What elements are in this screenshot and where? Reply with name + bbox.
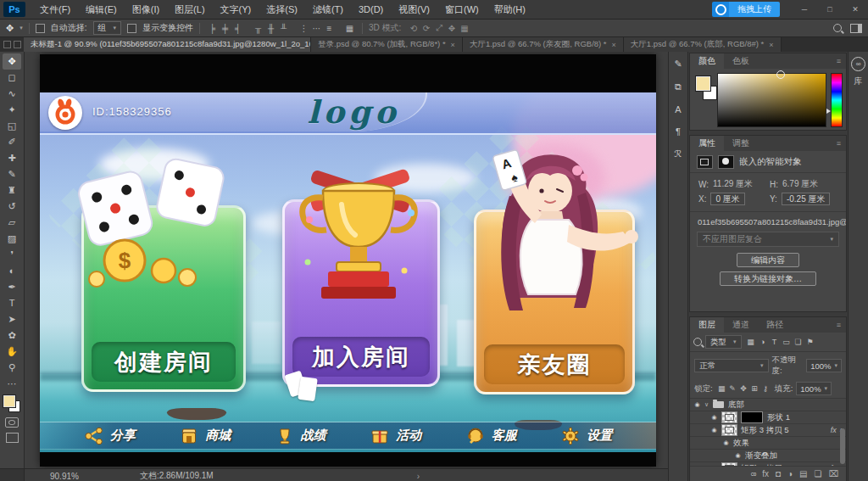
- align-icon[interactable]: ≡: [323, 24, 336, 33]
- align-icon[interactable]: ╡: [231, 24, 244, 33]
- layer-filter-icon[interactable]: T: [769, 338, 781, 346]
- lock-icon[interactable]: ✥: [738, 384, 749, 393]
- panel-tab[interactable]: 颜色: [690, 53, 724, 69]
- opacity-value[interactable]: 100% ▾: [806, 359, 842, 372]
- layers-action-icon[interactable]: ◘: [776, 469, 781, 478]
- convert-to-linked-button[interactable]: 转换为链接对象…: [720, 271, 816, 286]
- layers-action-icon[interactable]: fx: [762, 469, 769, 478]
- layers-action-icon[interactable]: ◑: [787, 469, 793, 478]
- tool-button[interactable]: ✋: [3, 344, 21, 360]
- tool-button[interactable]: ⋯: [3, 376, 21, 392]
- zoom-level[interactable]: 90.91%: [50, 472, 79, 481]
- layer-thumbnail[interactable]: [721, 462, 737, 466]
- document-tab[interactable]: 未标题-1 @ 90.9% (011ef35b695507a801215c8fa…: [24, 37, 311, 52]
- edit-content-button[interactable]: 编辑内容: [737, 253, 799, 267]
- document-tab[interactable]: 登录.psd @ 80.7% (加载, RGB/8*) * ×: [311, 37, 463, 52]
- panel-tab[interactable]: 调整: [724, 136, 758, 151]
- tool-button[interactable]: ▨: [3, 231, 21, 247]
- panel-tab[interactable]: 色板: [724, 53, 758, 69]
- visibility-eye-icon[interactable]: ◉: [707, 414, 721, 421]
- saturation-field[interactable]: [717, 73, 826, 127]
- status-expand-icon[interactable]: ›: [417, 472, 420, 481]
- menu-item[interactable]: 图像(I): [125, 0, 167, 19]
- menu-item[interactable]: 窗口(W): [437, 0, 487, 19]
- panel-tab[interactable]: 图层: [690, 317, 724, 333]
- tool-button[interactable]: ✎: [3, 166, 21, 182]
- blend-mode-dropdown[interactable]: 正常 ▾: [694, 359, 769, 372]
- layer-thumbnail[interactable]: [721, 424, 737, 436]
- libraries-tab[interactable]: 库: [854, 76, 863, 87]
- layers-action-icon[interactable]: 8: [749, 472, 758, 476]
- tab-close-icon[interactable]: ×: [612, 41, 616, 49]
- collapsed-panel-icon[interactable]: ¶: [676, 126, 681, 137]
- tool-preset-caret[interactable]: ▾: [19, 25, 23, 31]
- mode-3d-icon[interactable]: ⤢: [432, 23, 445, 33]
- shape-color-thumbnail[interactable]: [741, 411, 763, 423]
- height-value[interactable]: 6.79 厘米: [782, 178, 818, 190]
- color-swatches[interactable]: [3, 394, 21, 413]
- foreground-color-swatch[interactable]: [3, 395, 15, 407]
- hue-slider[interactable]: [831, 73, 843, 127]
- layers-action-icon[interactable]: ❏: [815, 469, 822, 478]
- layer-comp-dropdown[interactable]: 不应用图层复合 ▾: [697, 232, 839, 247]
- align-icon[interactable]: ╥: [252, 24, 264, 33]
- tool-button[interactable]: ◐: [3, 263, 21, 279]
- x-value[interactable]: 0 厘米: [710, 193, 744, 205]
- show-transform-checkbox[interactable]: [127, 24, 136, 33]
- tool-button[interactable]: ◱: [3, 118, 21, 134]
- visibility-eye-icon[interactable]: ◉: [707, 465, 721, 466]
- menu-item[interactable]: 编辑(E): [78, 0, 125, 19]
- align-icon[interactable]: ╞: [206, 24, 219, 33]
- align-icon[interactable]: ▦: [343, 24, 356, 33]
- document-canvas[interactable]: ID:158329356 logo 创建房间 加入房间 亲友: [40, 54, 656, 467]
- align-icon[interactable]: ╫: [264, 24, 277, 33]
- lock-icon[interactable]: ⊞: [749, 384, 760, 393]
- color-swatch-pair[interactable]: [693, 73, 717, 127]
- fx-badge[interactable]: fx: [831, 426, 837, 434]
- menu-item[interactable]: 选择(S): [259, 0, 305, 19]
- tool-button[interactable]: ✚: [3, 150, 21, 166]
- minimize-button[interactable]: ─: [792, 0, 817, 19]
- hue-marker[interactable]: [826, 109, 831, 114]
- tool-button[interactable]: ➤: [3, 311, 21, 327]
- fill-value[interactable]: 100% ▾: [796, 382, 832, 395]
- visibility-eye-icon[interactable]: ◉: [719, 439, 733, 446]
- document-tab[interactable]: 大厅1.psd @ 66.7% (底部, RGB/8#) * ×: [624, 37, 782, 52]
- tool-button[interactable]: ❜: [3, 247, 21, 263]
- mode-3d-icon[interactable]: ⟲: [407, 24, 420, 33]
- tab-close-icon[interactable]: ×: [769, 41, 773, 49]
- lock-icon[interactable]: ✎: [727, 384, 738, 393]
- layers-action-icon[interactable]: ▤: [799, 469, 807, 478]
- workspace-switcher-icon[interactable]: [850, 24, 862, 33]
- color-picker-dot[interactable]: [776, 70, 785, 79]
- panel-tab[interactable]: 属性: [690, 136, 724, 151]
- menu-item[interactable]: 帮助(H): [487, 0, 533, 19]
- tool-button[interactable]: T: [3, 295, 21, 311]
- layer-filter-icon[interactable]: ⚑: [804, 338, 816, 346]
- mode-3d-icon[interactable]: ⟳: [420, 24, 432, 33]
- visibility-eye-icon[interactable]: ◉: [731, 452, 745, 459]
- menu-item[interactable]: 视图(V): [391, 0, 437, 19]
- search-icon[interactable]: [833, 24, 842, 32]
- tool-button[interactable]: ✿: [3, 327, 21, 344]
- close-button[interactable]: ✕: [843, 0, 868, 19]
- menu-item[interactable]: 滤镜(T): [305, 0, 351, 19]
- document-tab[interactable]: 大厅1.psd @ 66.7% (亲友圈, RGB/8) * ×: [463, 37, 624, 52]
- layer-row[interactable]: ◉ 矩形 3 拷贝 4 fx∧: [690, 462, 846, 466]
- layer-group-row[interactable]: ◉ ∨ 底部: [690, 399, 846, 411]
- effect-item-row[interactable]: ◉ 渐变叠加: [690, 450, 846, 462]
- align-icon[interactable]: ╨: [277, 24, 290, 33]
- layer-row[interactable]: ◉ 形状 1: [690, 411, 846, 424]
- lock-icon[interactable]: ▦: [716, 384, 727, 393]
- visibility-eye-icon[interactable]: ◉: [707, 427, 721, 433]
- collapsed-panel-icon[interactable]: ✎: [674, 59, 682, 70]
- auto-select-checkbox[interactable]: [36, 24, 45, 33]
- quick-mask-icon[interactable]: [5, 417, 19, 428]
- panel-tab[interactable]: 路径: [758, 317, 792, 333]
- layer-thumbnail[interactable]: [721, 411, 737, 423]
- tool-button[interactable]: ♜: [3, 182, 21, 199]
- layer-row[interactable]: ◉ 矩形 3 拷贝 5 fx∧: [690, 424, 846, 437]
- panel-menu-icon[interactable]: ≡: [832, 53, 846, 69]
- tool-button[interactable]: ✦: [3, 102, 21, 118]
- tool-button[interactable]: ✥: [3, 53, 21, 70]
